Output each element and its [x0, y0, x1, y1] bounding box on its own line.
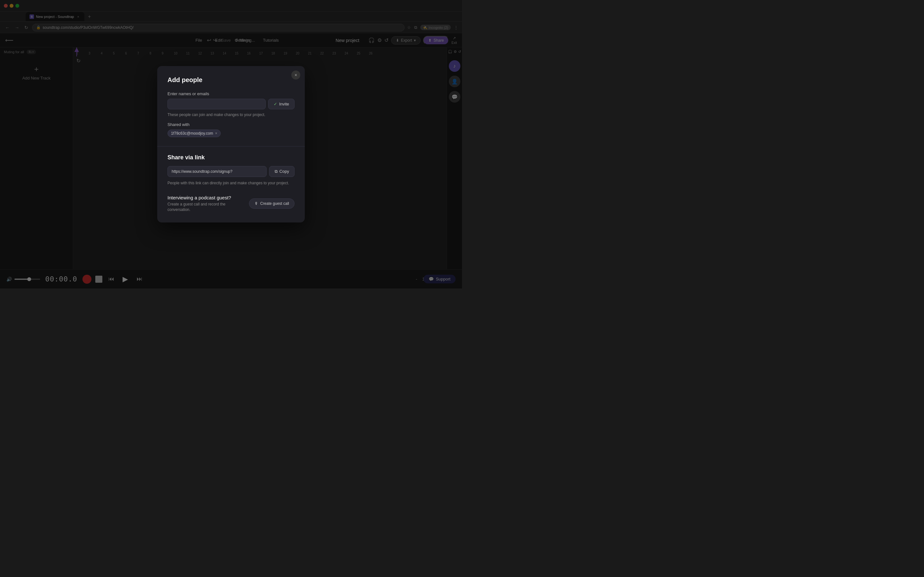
invite-row: ✓ Invite	[168, 99, 294, 109]
share-via-link-title: Share via link	[168, 154, 294, 161]
podcast-title: Interviewing a podcast guest?	[168, 195, 244, 200]
guest-call-btn[interactable]: 🎙 Create guest call	[249, 198, 294, 209]
shared-with-label: Shared with	[168, 122, 294, 127]
modal-backdrop: × Add people Enter names or emails ✓ Inv…	[0, 0, 462, 288]
podcast-section: Interviewing a podcast guest? Create a g…	[168, 195, 294, 213]
copy-icon: ⧉	[275, 169, 278, 174]
podcast-desc: Create a guest call and record the conve…	[168, 201, 244, 213]
invite-check-icon: ✓	[274, 102, 277, 106]
link-row: ⧉ Copy	[168, 166, 294, 177]
link-helper: People with this link can directly join …	[168, 180, 294, 186]
helper-text: These people can join and make changes t…	[168, 113, 294, 117]
section-divider	[157, 146, 305, 147]
tag-remove-btn[interactable]: ×	[215, 131, 217, 135]
dialog-close-btn[interactable]: ×	[291, 71, 300, 79]
podcast-text: Interviewing a podcast guest? Create a g…	[168, 195, 244, 213]
shared-tag-email: 1f78c63c@moodjoy.com ×	[168, 129, 221, 137]
close-icon: ×	[294, 73, 297, 77]
share-dialog: × Add people Enter names or emails ✓ Inv…	[157, 66, 305, 223]
dialog-title: Add people	[168, 76, 294, 84]
invite-btn[interactable]: ✓ Invite	[268, 99, 294, 109]
shared-email: 1f78c63c@moodjoy.com	[171, 131, 213, 135]
copy-btn[interactable]: ⧉ Copy	[269, 166, 294, 177]
shared-tags: 1f78c63c@moodjoy.com ×	[168, 129, 294, 137]
invite-input[interactable]	[168, 99, 266, 109]
mic-icon: 🎙	[254, 201, 258, 206]
link-input[interactable]	[168, 166, 267, 177]
field-label: Enter names or emails	[168, 91, 294, 96]
